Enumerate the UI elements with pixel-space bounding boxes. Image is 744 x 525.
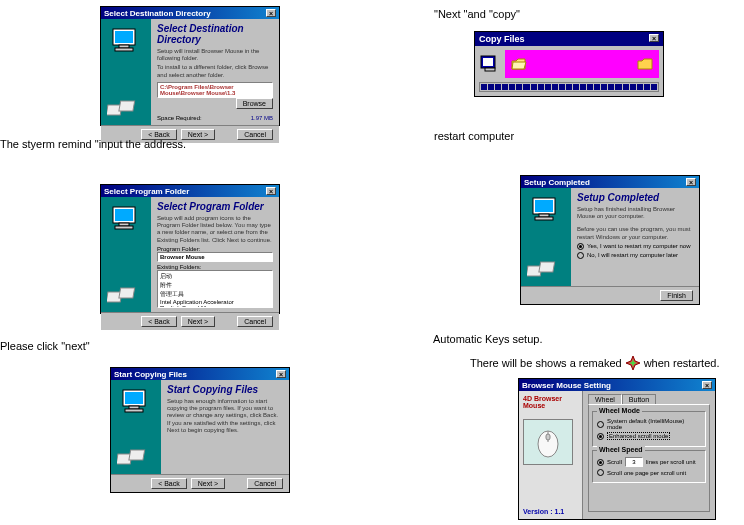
mode-enhanced-radio[interactable]: Enhanced scroll mode: [597, 432, 701, 440]
dialog-text: Before you can use the program, you must…: [577, 226, 693, 240]
next-button[interactable]: Next >: [181, 316, 215, 327]
close-icon[interactable]: ×: [266, 187, 276, 195]
tab-strip: Wheel Button: [588, 394, 710, 404]
dialog-titlebar: Start Copying Files ×: [111, 368, 289, 380]
list-item[interactable]: Realtek Sound Manager: [160, 305, 270, 308]
list-item[interactable]: 附件: [160, 281, 270, 290]
dialog-title: Setup Completed: [524, 178, 590, 187]
dialog-title: Start Copying Files: [114, 370, 187, 379]
install-path-field[interactable]: C:\Program Files\Browser Mouse\Browser M…: [157, 82, 273, 98]
dialog-title: Browser Mouse Setting: [522, 381, 611, 390]
program-folder-field[interactable]: Browser Mouse: [157, 252, 273, 262]
setup-icon: [479, 54, 501, 74]
cancel-button[interactable]: Cancel: [237, 129, 273, 140]
tab-button[interactable]: Button: [622, 394, 656, 404]
browse-button[interactable]: Browse: [236, 98, 273, 109]
next-button[interactable]: Next >: [191, 478, 225, 489]
version-label: Version : 1.1: [523, 508, 578, 515]
dialog-heading: Setup Completed: [577, 192, 693, 203]
existing-folders-listbox[interactable]: 启动 附件 管理工具 Intel Application Accelerator…: [157, 270, 273, 308]
svg-rect-3: [115, 48, 133, 51]
svg-rect-17: [129, 450, 145, 460]
radio-label: Yes, I want to restart my computer now: [587, 243, 691, 249]
select-destination-dialog: Select Destination Directory × Select De…: [100, 6, 280, 126]
restart-later-radio[interactable]: No, I will restart my computer later: [577, 252, 693, 259]
dialog-text: Setup will add program icons to the Prog…: [157, 215, 273, 244]
select-program-folder-dialog: Select Program Folder × Select Program F…: [100, 184, 280, 314]
svg-rect-11: [119, 288, 135, 298]
back-button[interactable]: < Back: [141, 316, 177, 327]
svg-rect-9: [115, 226, 133, 229]
dialog-sidebar-graphic: [101, 197, 151, 312]
copy-progress-bar: [479, 82, 659, 92]
dialog-title: Select Program Folder: [104, 187, 189, 196]
svg-rect-5: [119, 101, 135, 111]
dialog-sidebar-graphic: [521, 188, 571, 286]
caption-nextcopy: "Next "and "copy": [434, 8, 520, 20]
radio-label: System default (IntelliMouse) mode: [607, 418, 701, 430]
dialog-sidebar-graphic: [101, 19, 151, 125]
close-icon[interactable]: ×: [266, 9, 276, 17]
computer-icon: [529, 196, 563, 226]
mouse-icon: [530, 424, 566, 460]
mouse-illustration: [523, 419, 573, 465]
dialog-text: To install to a different folder, click …: [157, 64, 273, 78]
close-icon[interactable]: ×: [686, 178, 696, 186]
disks-icon: [117, 448, 153, 468]
scroll-lines-field[interactable]: 3: [625, 457, 643, 467]
radio-icon: [597, 469, 604, 476]
remarked-text-pre: There will be shows a remaked: [470, 357, 622, 369]
cancel-button[interactable]: Cancel: [247, 478, 283, 489]
close-icon[interactable]: ×: [276, 370, 286, 378]
dialog-titlebar: Select Program Folder ×: [101, 185, 279, 197]
radio-icon: [577, 252, 584, 259]
disks-icon: [107, 286, 143, 306]
speed-label-pre: Scroll: [607, 459, 622, 465]
start-copying-dialog: Start Copying Files × Start Copying File…: [110, 367, 290, 493]
caption-clicknext: Please click "next": [0, 340, 90, 352]
tray-icon: [625, 355, 641, 371]
space-required-label: Space Required:: [157, 115, 202, 121]
back-button[interactable]: < Back: [151, 478, 187, 489]
radio-label: Enhanced scroll mode: [607, 432, 670, 440]
svg-rect-13: [125, 392, 143, 404]
speed-lines-radio[interactable]: Scroll 3 lines per scroll unit: [597, 457, 701, 467]
cancel-button[interactable]: Cancel: [237, 316, 273, 327]
caption-restart: restart computer: [434, 130, 514, 142]
list-item[interactable]: 管理工具: [160, 290, 270, 299]
speed-page-radio[interactable]: Scroll one page per scroll unit: [597, 469, 701, 476]
svg-rect-26: [539, 262, 555, 272]
dialog-titlebar: Select Destination Directory ×: [101, 7, 279, 19]
svg-rect-20: [485, 68, 495, 71]
dialog-heading: Select Destination Directory: [157, 23, 273, 45]
svg-rect-31: [546, 434, 550, 440]
dialog-heading: Select Program Folder: [157, 201, 273, 212]
dialog-titlebar: Browser Mouse Setting ×: [519, 379, 715, 391]
settings-sidebar: 4D Browser Mouse Version : 1.1: [519, 391, 583, 519]
tab-wheel[interactable]: Wheel: [588, 394, 622, 404]
radio-icon: [597, 459, 604, 466]
wheel-speed-group: Wheel Speed Scroll 3 lines per scroll un…: [592, 450, 706, 483]
space-required-value: 1.97 MB: [251, 115, 273, 121]
dialog-titlebar: Setup Completed ×: [521, 176, 699, 188]
dialog-sidebar-graphic: [111, 380, 161, 474]
finish-button[interactable]: Finish: [660, 290, 693, 301]
mode-default-radio[interactable]: System default (IntelliMouse) mode: [597, 418, 701, 430]
radio-icon: [597, 421, 604, 428]
svg-rect-24: [535, 217, 553, 220]
restart-now-radio[interactable]: Yes, I want to restart my computer now: [577, 243, 693, 250]
svg-rect-22: [535, 200, 553, 212]
close-icon[interactable]: ×: [702, 381, 712, 389]
radio-label: No, I will restart my computer later: [587, 252, 678, 258]
dialog-title: Copy Files: [479, 34, 525, 44]
copy-files-dialog: Copy Files ×: [474, 31, 664, 97]
dialog-text: Setup will install Browser Mouse in the …: [157, 48, 273, 62]
close-icon[interactable]: ×: [649, 34, 659, 42]
caption-autokeys: Automatic Keys setup.: [433, 333, 542, 345]
radio-icon: [597, 433, 604, 440]
folder-closed-icon: [637, 57, 653, 71]
svg-rect-1: [115, 31, 133, 43]
computer-icon: [109, 27, 143, 57]
dialog-titlebar: Copy Files ×: [475, 32, 663, 46]
list-item[interactable]: 启动: [160, 272, 270, 281]
